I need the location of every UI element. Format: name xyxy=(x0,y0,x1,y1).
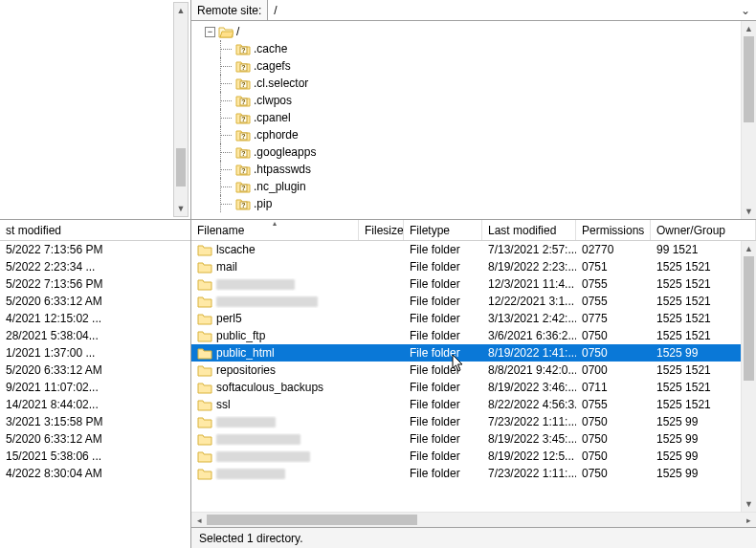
list-item[interactable]: 5/2020 6:33:12 AM xyxy=(0,430,190,448)
column-last-modified[interactable]: Last modified xyxy=(482,220,576,240)
list-item[interactable]: 3/2021 3:15:58 PM xyxy=(0,413,190,430)
table-row[interactable]: File folder12/3/2021 11:4...07551525 152… xyxy=(191,275,741,293)
table-row[interactable]: File folder7/23/2022 1:11:...07501525 99 xyxy=(191,465,741,482)
list-item[interactable]: 5/2022 7:13:56 PM xyxy=(0,241,190,258)
column-filetype[interactable]: Filetype xyxy=(404,220,482,240)
local-file-list[interactable]: 5/2022 7:13:56 PM5/2022 2:23:34 ...5/202… xyxy=(0,241,190,548)
list-item[interactable]: 4/2022 8:30:04 AM xyxy=(0,465,190,482)
list-item[interactable]: 5/2020 6:33:12 AM xyxy=(0,293,190,310)
owner-group-label: 99 1521 xyxy=(651,243,741,256)
tree-item[interactable]: .htpasswds xyxy=(201,161,741,178)
filename-label: lscache xyxy=(216,243,256,256)
table-row[interactable]: File folder8/19/2022 12:5...07501525 99 xyxy=(191,448,741,465)
scroll-thumb[interactable] xyxy=(744,36,754,122)
scroll-up-icon[interactable]: ▲ xyxy=(174,3,188,18)
scroll-down-icon[interactable]: ▼ xyxy=(742,496,756,512)
last-modified-label: 7/13/2021 2:57:... xyxy=(482,243,576,256)
filetype-label: File folder xyxy=(404,449,482,463)
tree-root[interactable]: −/ xyxy=(201,23,741,40)
column-filesize[interactable]: Filesize xyxy=(359,220,404,240)
list-item[interactable]: 5/2020 6:33:12 AM xyxy=(0,362,190,379)
permissions-label: 0750 xyxy=(576,329,651,342)
filetype-label: File folder xyxy=(404,363,482,377)
scroll-left-icon[interactable]: ◂ xyxy=(191,513,207,527)
list-item[interactable]: 14/2021 8:44:02... xyxy=(0,396,190,413)
remote-tree[interactable]: −/.cache.cagefs.cl.selector.clwpos.cpane… xyxy=(191,21,756,220)
owner-group-label: 1525 99 xyxy=(651,467,741,480)
tree-item[interactable]: .googleapps xyxy=(201,143,741,161)
last-modified-label: 7/23/2022 1:11:... xyxy=(482,415,576,428)
folder-unknown-icon xyxy=(235,112,251,124)
table-row[interactable]: File folder12/22/2021 3:1...07551525 152… xyxy=(191,293,741,310)
filename-label: perl5 xyxy=(216,312,242,325)
filetype-label: File folder xyxy=(404,432,482,446)
scroll-down-icon[interactable]: ▼ xyxy=(742,204,756,219)
tree-item[interactable]: .cphorde xyxy=(201,126,741,143)
tree-item[interactable]: .cl.selector xyxy=(201,75,741,92)
owner-group-label: 1525 99 xyxy=(651,346,741,360)
owner-group-label: 1525 1521 xyxy=(651,329,741,342)
tree-item-label: .cpanel xyxy=(254,111,291,124)
collapse-icon[interactable]: − xyxy=(205,27,215,37)
table-row[interactable]: File folder7/23/2022 1:11:...07501525 99 xyxy=(191,413,741,430)
tree-item[interactable]: .cagefs xyxy=(201,57,741,75)
filetype-label: File folder xyxy=(404,260,482,274)
column-permissions[interactable]: Permissions xyxy=(576,220,651,240)
table-row[interactable]: File folder8/19/2022 3:45:...07501525 99 xyxy=(191,430,741,448)
list-item[interactable]: 1/2021 1:37:00 ... xyxy=(0,344,190,362)
table-row[interactable]: repositoriesFile folder8/8/2021 9:42:0..… xyxy=(191,362,741,379)
list-item[interactable]: 4/2021 12:15:02 ... xyxy=(0,310,190,327)
scroll-right-icon[interactable]: ▸ xyxy=(741,513,756,527)
remote-file-list[interactable]: lscacheFile folder7/13/2021 2:57:...0277… xyxy=(191,241,756,512)
folder-icon xyxy=(197,416,212,428)
tree-item[interactable]: .cpanel xyxy=(201,109,741,126)
filename-label: public_html xyxy=(216,346,275,360)
remote-path-bar: Remote site: / ⌄ xyxy=(191,0,756,21)
tree-item-label: .nc_plugin xyxy=(254,180,306,193)
scroll-thumb[interactable] xyxy=(176,148,186,186)
remote-path-input[interactable]: / ⌄ xyxy=(268,0,756,20)
list-item[interactable]: 5/2022 2:23:34 ... xyxy=(0,258,190,275)
local-column-header[interactable]: st modified xyxy=(0,220,190,241)
scroll-down-icon[interactable]: ▼ xyxy=(174,201,188,216)
file-list-header: ▴ Filename Filesize Filetype Last modifi… xyxy=(191,220,756,241)
table-row[interactable]: sslFile folder8/22/2022 4:56:3...0755152… xyxy=(191,396,741,413)
folder-unknown-icon xyxy=(235,129,251,142)
local-tree-stub: ▲ ▼ xyxy=(0,0,190,220)
tree-item[interactable]: .nc_plugin xyxy=(201,178,741,195)
list-item[interactable]: 5/2022 7:13:56 PM xyxy=(0,275,190,293)
table-row[interactable]: public_ftpFile folder3/6/2021 6:36:2...0… xyxy=(191,327,741,344)
scroll-up-icon[interactable]: ▲ xyxy=(742,21,756,36)
filetype-label: File folder xyxy=(404,277,482,291)
column-owner-group[interactable]: Owner/Group xyxy=(651,220,756,240)
scrollbar-vertical[interactable]: ▲ ▼ xyxy=(741,21,756,219)
tree-item[interactable]: .cache xyxy=(201,40,741,57)
table-row[interactable]: softaculous_backupsFile folder8/19/2022 … xyxy=(191,379,741,396)
filetype-label: File folder xyxy=(404,467,482,480)
last-modified-label: 3/6/2021 6:36:2... xyxy=(482,329,576,342)
filename-label: repositories xyxy=(216,363,276,377)
scrollbar-vertical[interactable]: ▲ ▼ xyxy=(173,2,189,217)
chevron-down-icon[interactable]: ⌄ xyxy=(737,2,754,18)
table-row[interactable]: lscacheFile folder7/13/2021 2:57:...0277… xyxy=(191,241,741,258)
table-row[interactable]: perl5File folder3/13/2021 2:42:...077515… xyxy=(191,310,741,327)
scroll-up-icon[interactable]: ▲ xyxy=(742,241,756,256)
scrollbar-vertical[interactable]: ▲ ▼ xyxy=(741,241,756,512)
list-item[interactable]: 9/2021 11:07:02... xyxy=(0,379,190,396)
list-item[interactable]: 15/2021 5:38:06 ... xyxy=(0,448,190,465)
table-row[interactable]: public_htmlFile folder8/19/2022 1:41:...… xyxy=(191,344,741,362)
list-item[interactable]: 28/2021 5:38:04... xyxy=(0,327,190,344)
filetype-label: File folder xyxy=(404,243,482,256)
filename-label: public_ftp xyxy=(216,329,265,342)
filetype-label: File folder xyxy=(404,381,482,394)
scrollbar-horizontal[interactable]: ◂ ▸ xyxy=(191,512,756,527)
folder-icon xyxy=(197,382,212,394)
scroll-thumb[interactable] xyxy=(744,256,754,381)
tree-item[interactable]: .clwpos xyxy=(201,92,741,109)
permissions-label: 0750 xyxy=(576,467,651,480)
folder-icon xyxy=(197,330,212,342)
tree-item[interactable]: .pip xyxy=(201,195,741,212)
scroll-thumb[interactable] xyxy=(207,515,417,525)
table-row[interactable]: mailFile folder8/19/2022 2:23:...0751152… xyxy=(191,258,741,275)
column-filename[interactable]: ▴ Filename xyxy=(191,220,359,240)
